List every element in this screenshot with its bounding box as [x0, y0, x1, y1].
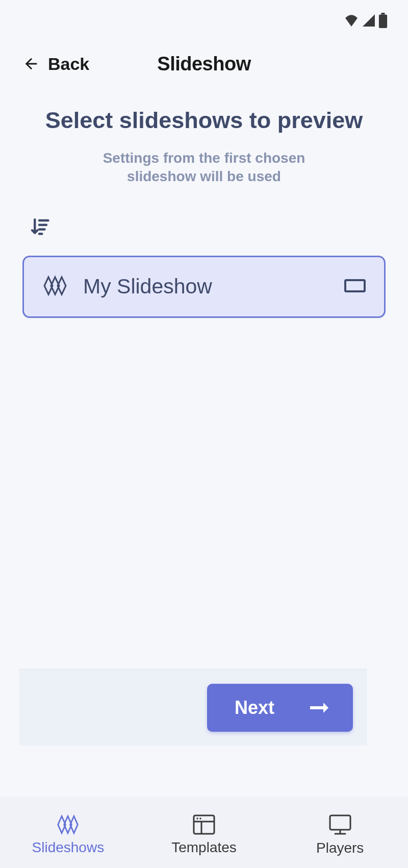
orientation-icon: [344, 278, 366, 295]
svg-rect-13: [330, 815, 350, 830]
battery-icon: [378, 13, 388, 28]
nav-label: Slideshows: [32, 839, 105, 856]
slideshows-icon: [56, 814, 80, 835]
svg-point-12: [199, 817, 201, 820]
svg-rect-1: [379, 14, 387, 28]
slideshow-icon: [42, 273, 68, 301]
sort-icon: [29, 217, 50, 238]
next-label: Next: [235, 697, 274, 718]
players-icon: [328, 813, 352, 836]
bottom-nav: Slideshows Templates Players: [0, 797, 408, 868]
helper-line: Settings from the first chosen: [22, 149, 386, 167]
sort-button[interactable]: [29, 217, 50, 240]
nav-label: Players: [316, 840, 364, 856]
slideshow-label: My Slideshow: [83, 275, 344, 299]
helper-text: Settings from the first chosen slideshow…: [22, 149, 386, 186]
arrow-left-icon: [22, 55, 40, 72]
cellular-icon: [362, 14, 375, 27]
arrow-right-icon: [310, 703, 328, 713]
templates-icon: [192, 814, 216, 835]
slideshow-card[interactable]: My Slideshow: [22, 256, 386, 318]
helper-line: slideshow will be used: [22, 167, 386, 186]
back-label: Back: [48, 54, 89, 74]
nav-slideshows[interactable]: Slideshows: [0, 814, 136, 856]
page-title: Slideshow: [157, 53, 250, 75]
app-header: Back Slideshow: [0, 48, 408, 79]
svg-rect-7: [310, 706, 325, 709]
nav-label: Templates: [171, 839, 237, 856]
page-heading: Select slideshows to preview: [22, 107, 386, 134]
nav-players[interactable]: Players: [272, 813, 408, 856]
svg-rect-6: [345, 280, 365, 291]
status-bar: [0, 0, 408, 41]
main-content: Select slideshows to preview Settings fr…: [0, 102, 408, 746]
sort-row: [22, 217, 386, 240]
footer-action-bar: Next: [19, 669, 367, 746]
wifi-icon: [344, 14, 359, 27]
nav-templates[interactable]: Templates: [136, 814, 272, 856]
svg-point-11: [196, 817, 198, 820]
status-icons: [344, 13, 388, 28]
next-button[interactable]: Next: [207, 684, 353, 732]
svg-rect-0: [381, 13, 385, 14]
back-button[interactable]: Back: [22, 54, 89, 74]
